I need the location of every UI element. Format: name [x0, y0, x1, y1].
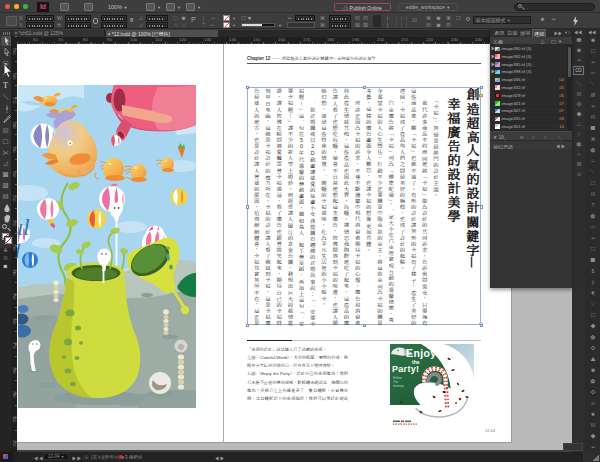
svg-text:memory: memory: [393, 384, 404, 388]
svg-text:Party!: Party!: [392, 364, 419, 374]
svg-text:Enjoy: Enjoy: [406, 347, 437, 359]
